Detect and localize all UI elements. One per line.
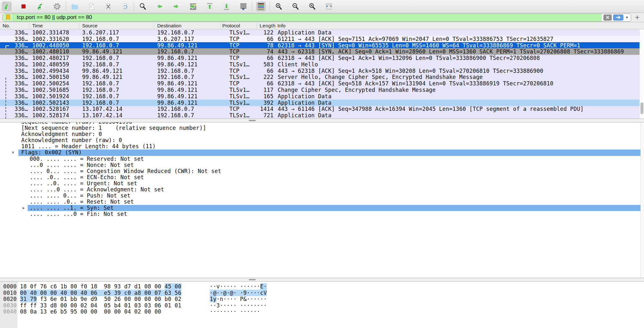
hex-row[interactable]: 002031 79 f3 6e 01 bb 9e d9 50 26 00 00 … [0, 296, 644, 303]
find-packet-button[interactable] [138, 2, 148, 11]
cell-proto: TLSv1… [221, 61, 257, 68]
hex-ascii: ·@··@·@· ·9····cV [210, 290, 267, 296]
auto-scroll-button[interactable] [238, 2, 248, 11]
zoom-in-button[interactable] [274, 2, 284, 11]
reload-file-button[interactable] [120, 2, 130, 11]
resize-columns-button[interactable] [324, 2, 334, 11]
packet-row[interactable]: 336…1002.52817413.107.42.14192.168.0.7TL… [0, 112, 639, 119]
detail-field[interactable]: .... .... ...0 = Fin: Not set [0, 211, 640, 217]
detail-field[interactable]: .... .... 0... = Push: Not set [0, 193, 640, 199]
packet-row[interactable]: 336…1002.49943499.86.49.121192.168.0.7TC… [0, 68, 639, 74]
detail-field[interactable]: .... .0.. .... = ECN-Echo: Not set [0, 174, 640, 180]
go-to-first-button[interactable] [205, 2, 215, 11]
cell-proto: TLSv1… [221, 74, 257, 81]
packet-row[interactable]: 336…1002.331620192.168.0.73.6.207.117TCP… [0, 36, 639, 42]
filter-apply-button[interactable] [613, 14, 623, 21]
detail-text: Acknowledgment number (raw): 0 [21, 137, 122, 143]
cell-src: 192.168.0.7 [80, 61, 155, 68]
column-header-no[interactable]: No. [0, 22, 30, 29]
detail-field[interactable]: [Next sequence number: 1 (relative seque… [0, 125, 640, 131]
detail-field[interactable]: .... 0... .... = Congestion Window Reduc… [0, 168, 640, 174]
detail-field-selected[interactable]: ▼Flags: 0x002 (SYN) [0, 150, 640, 156]
detail-field[interactable]: 000. .... .... = Reserved: Not set [0, 156, 640, 162]
start-capture-button[interactable] [2, 2, 12, 11]
splitter-handle[interactable] [249, 120, 256, 121]
packet-row[interactable]: 336…1002.48011099.86.49.121192.168.0.7TC… [0, 48, 639, 55]
zoom-reset-button[interactable] [307, 2, 317, 11]
filter-history-dropdown[interactable]: ▾ [625, 15, 629, 20]
restart-capture-button[interactable] [35, 2, 45, 11]
detail-field[interactable]: 1011 .... = Header Length: 44 bytes (11) [0, 143, 640, 150]
column-header-time[interactable]: Time [30, 22, 80, 29]
splitter-bottom[interactable] [0, 278, 644, 282]
packet-row[interactable]: 336…1002.501924192.168.0.799.86.49.121TL… [0, 93, 639, 100]
packet-row[interactable]: 336…1002.52816713.107.42.14192.168.0.7TC… [0, 106, 639, 112]
detail-field[interactable]: Acknowledgment number: 0 [0, 131, 640, 137]
packet-row[interactable]: 336…1002.502143192.168.0.799.86.49.121TL… [0, 100, 639, 106]
expander-closed-icon[interactable]: ▶ [23, 205, 25, 211]
filter-bar: tcp.port == 80 || udp.port == 80 ▾ + [0, 13, 644, 22]
hex-row[interactable]: 000018 0f 76 c6 1b 80 f0 18 98 93 d7 d1 … [0, 284, 644, 290]
packet-list-scrollbar[interactable] [639, 29, 644, 119]
filter-add-button[interactable]: + [633, 14, 641, 21]
open-file-button[interactable] [70, 2, 80, 11]
splitter-handle[interactable] [249, 279, 256, 280]
cell-no: 336… [0, 61, 30, 68]
packet-row[interactable]: 336…1002.480559192.168.0.799.86.49.121TL… [0, 61, 639, 68]
filter-input[interactable]: tcp.port == 80 || udp.port == 80 [14, 14, 602, 21]
capture-options-button[interactable] [52, 2, 62, 11]
detail-field[interactable]: .... ...0 .... = Acknowledgment: Not set [0, 187, 640, 193]
filter-clear-button[interactable] [603, 14, 612, 21]
hex-row[interactable]: 001000 40 00 00 40 00 40 06 e5 39 c0 a8 … [0, 290, 644, 296]
colorize-button[interactable] [256, 2, 266, 11]
column-header-length[interactable]: Length [257, 22, 275, 29]
splitter-top[interactable] [0, 119, 644, 122]
column-header-destination[interactable]: Destination [155, 22, 221, 29]
close-file-button[interactable] [103, 2, 113, 11]
hex-row[interactable]: 0030ff ff 33 d8 00 00 02 04 05 b4 01 03 … [0, 303, 644, 309]
packet-row[interactable]: 336…1002.501685192.168.0.799.86.49.121TL… [0, 87, 639, 93]
hex-offset: 0000 [3, 284, 17, 290]
detail-field[interactable]: .... ..0. .... = Urgent: Not set [0, 180, 640, 187]
details-scrollbar-track[interactable] [640, 122, 644, 278]
hex-row[interactable]: 004008 0a 13 e6 b5 95 00 00 00 00 04 02 … [0, 309, 644, 315]
column-header-info[interactable]: Info [275, 22, 644, 29]
cell-len: 78 [257, 42, 275, 49]
doc-save-icon [87, 2, 96, 11]
go-to-last-button[interactable] [222, 2, 231, 11]
close-icon [606, 15, 610, 19]
cell-len: 117 [257, 87, 275, 93]
detail-field[interactable]: Acknowledgment number (raw): 0 [0, 137, 640, 143]
packet-row[interactable]: 336…1002.3314783.6.207.117192.168.0.7TLS… [0, 29, 639, 36]
cell-time: 1002.528167 [30, 106, 80, 112]
expander-open-icon[interactable]: ▼ [12, 150, 14, 156]
detail-field[interactable]: ...0 .... .... = Nonce: Not set [0, 162, 640, 168]
packet-row[interactable]: 336…1002.500254192.168.0.799.86.49.121TC… [0, 80, 639, 87]
packet-row[interactable]: 336…1002.50015099.86.49.121192.168.0.7TL… [0, 74, 639, 81]
stop-capture-button[interactable] [19, 2, 28, 11]
go-to-packet-button[interactable] [188, 2, 198, 11]
zoom-out-button[interactable] [291, 2, 300, 11]
cell-time: 1002.480110 [30, 48, 80, 55]
cell-info: Client Hello [275, 61, 639, 68]
wireshark-fin-icon [3, 2, 11, 11]
go-forward-button[interactable] [171, 2, 181, 11]
filter-bookmark-button[interactable] [3, 14, 14, 21]
detail-field-selected[interactable]: ▶.... .... ..1. = Syn: Set [0, 205, 640, 211]
packet-row-selected[interactable]: 336…1002.448050192.168.0.799.86.49.121TC… [0, 42, 639, 49]
display-filter-field[interactable]: tcp.port == 80 || udp.port == 80 ▾ [3, 14, 631, 22]
scrollbar-thumb[interactable] [640, 102, 643, 114]
column-header-protocol[interactable]: Protocol [221, 22, 257, 29]
goto-lines-icon [189, 2, 197, 11]
column-header-source[interactable]: Source [80, 22, 155, 29]
go-back-button[interactable] [155, 2, 164, 11]
cell-src: 99.86.49.121 [80, 48, 155, 55]
detail-field[interactable]: .... .... .0.. = Reset: Not set [0, 199, 640, 205]
cell-src: 192.168.0.7 [80, 93, 155, 100]
packet-row[interactable]: 336…1002.480217192.168.0.799.86.49.121TC… [0, 55, 639, 61]
arrow-down-bar-icon [222, 2, 231, 11]
filter-query-text: tcp.port == 80 || udp.port == 80 [17, 14, 92, 21]
magnifier-minus-icon [291, 2, 300, 11]
cell-no: 336… [0, 48, 30, 55]
save-file-button[interactable] [87, 2, 96, 11]
